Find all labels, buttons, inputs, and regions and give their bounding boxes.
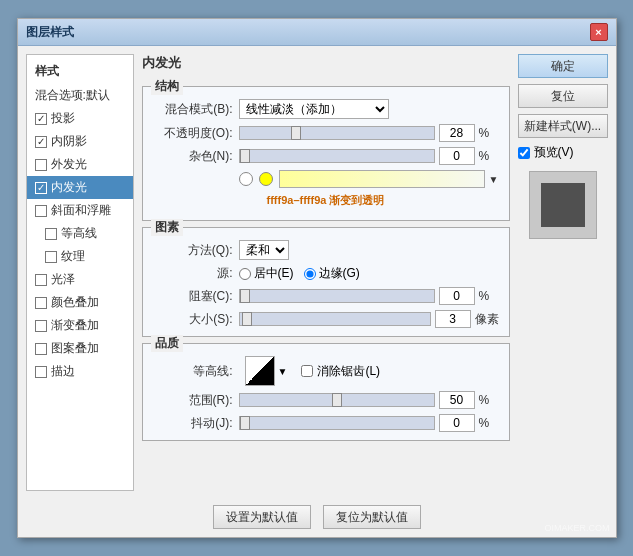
range-slider-container: 50 % <box>239 391 499 409</box>
contour-preview[interactable] <box>245 356 275 386</box>
size-unit: 像素 <box>475 311 499 328</box>
method-select[interactable]: 柔和 <box>239 240 289 260</box>
jitter-unit: % <box>479 416 499 430</box>
range-slider[interactable] <box>239 393 435 407</box>
size-label: 大小(S): <box>153 311 233 328</box>
size-slider-container: 3 像素 <box>239 310 499 328</box>
checkbox-drop-shadow[interactable]: ✓ <box>35 113 47 125</box>
checkbox-outer-glow[interactable] <box>35 159 47 171</box>
blend-mode-select[interactable]: 线性减淡（添加） <box>239 99 389 119</box>
source-edge-radio[interactable]: 边缘(G) <box>304 265 360 282</box>
reset-button[interactable]: 复位 <box>518 84 608 108</box>
sidebar-label-gradient-overlay: 渐变叠加 <box>51 317 99 334</box>
source-center-input[interactable] <box>239 268 251 280</box>
sidebar-label-color-overlay: 颜色叠加 <box>51 294 99 311</box>
sidebar-label-blend-options: 混合选项:默认 <box>35 87 110 104</box>
noise-row: 杂色(N): 0 % <box>153 147 499 165</box>
reset-default-button[interactable]: 复位为默认值 <box>323 505 421 529</box>
contour-arrow-icon[interactable]: ▼ <box>278 366 288 377</box>
structure-section: 结构 混合模式(B): 线性减淡（添加） 不透明度(O): 28 % <box>142 86 510 221</box>
contour-row: 等高线: ▼ 消除锯齿(L) <box>153 356 499 386</box>
checkbox-satin[interactable] <box>35 274 47 286</box>
blend-mode-row: 混合模式(B): 线性减淡（添加） <box>153 99 499 119</box>
quality-title: 品质 <box>151 335 183 352</box>
checkbox-color-overlay[interactable] <box>35 297 47 309</box>
dialog-title: 图层样式 <box>26 24 74 41</box>
sidebar-item-inner-glow[interactable]: ✓ 内发光 <box>27 176 133 199</box>
checkbox-inner-glow[interactable]: ✓ <box>35 182 47 194</box>
opacity-unit: % <box>479 126 499 140</box>
jitter-slider[interactable] <box>239 416 435 430</box>
size-value-input[interactable]: 3 <box>435 310 471 328</box>
checkbox-gradient-overlay[interactable] <box>35 320 47 332</box>
gradient-container: ▼ <box>279 170 499 188</box>
range-value-input[interactable]: 50 <box>439 391 475 409</box>
sidebar-item-contour[interactable]: 等高线 <box>27 222 133 245</box>
right-panel: 确定 复位 新建样式(W)... 预览(V) <box>518 54 608 491</box>
antialiased-label[interactable]: 消除锯齿(L) <box>301 363 380 380</box>
sidebar-item-stroke[interactable]: 描边 <box>27 360 133 383</box>
sidebar-item-blend-options[interactable]: 混合选项:默认 <box>27 84 133 107</box>
sidebar-item-bevel-emboss[interactable]: 斜面和浮雕 <box>27 199 133 222</box>
section-main-title: 内发光 <box>142 54 510 72</box>
sidebar-item-drop-shadow[interactable]: ✓ 投影 <box>27 107 133 130</box>
layer-style-dialog: 图层样式 × 样式 混合选项:默认 ✓ 投影 ✓ 内阴影 <box>17 18 617 538</box>
jitter-value-input[interactable]: 0 <box>439 414 475 432</box>
antialiased-text: 消除锯齿(L) <box>317 363 380 380</box>
new-style-button[interactable]: 新建样式(W)... <box>518 114 608 138</box>
sidebar-label-inner-shadow: 内阴影 <box>51 133 87 150</box>
choke-slider-container: 0 % <box>239 287 499 305</box>
source-edge-input[interactable] <box>304 268 316 280</box>
sidebar-label-outer-glow: 外发光 <box>51 156 87 173</box>
sidebar-item-satin[interactable]: 光泽 <box>27 268 133 291</box>
gradient-arrow-icon[interactable]: ▼ <box>489 174 499 185</box>
sidebar-item-color-overlay[interactable]: 颜色叠加 <box>27 291 133 314</box>
opacity-slider[interactable] <box>239 126 435 140</box>
confirm-button[interactable]: 确定 <box>518 54 608 78</box>
sidebar-title: 样式 <box>27 59 133 84</box>
checkbox-inner-shadow[interactable]: ✓ <box>35 136 47 148</box>
noise-value-input[interactable]: 0 <box>439 147 475 165</box>
checkbox-contour[interactable] <box>45 228 57 240</box>
method-label: 方法(Q): <box>153 242 233 259</box>
structure-title: 结构 <box>151 78 183 95</box>
color-dot-yellow[interactable] <box>259 172 273 186</box>
color-row: ▼ <box>153 170 499 188</box>
checkbox-bevel-emboss[interactable] <box>35 205 47 217</box>
source-row: 源: 居中(E) 边缘(G) <box>153 265 499 282</box>
source-center-radio[interactable]: 居中(E) <box>239 265 294 282</box>
checkbox-pattern-overlay[interactable] <box>35 343 47 355</box>
noise-slider[interactable] <box>239 149 435 163</box>
sidebar-item-pattern-overlay[interactable]: 图案叠加 <box>27 337 133 360</box>
title-bar: 图层样式 × <box>18 19 616 46</box>
sidebar-item-outer-glow[interactable]: 外发光 <box>27 153 133 176</box>
elements-title: 图素 <box>151 219 183 236</box>
choke-value-input[interactable]: 0 <box>439 287 475 305</box>
opacity-value-input[interactable]: 28 <box>439 124 475 142</box>
antialiased-checkbox[interactable] <box>301 365 313 377</box>
range-row: 范围(R): 50 % <box>153 391 499 409</box>
size-slider[interactable] <box>239 312 431 326</box>
sidebar-item-inner-shadow[interactable]: ✓ 内阴影 <box>27 130 133 153</box>
contour-control: ▼ <box>245 356 288 386</box>
sidebar-label-pattern-overlay: 图案叠加 <box>51 340 99 357</box>
color-dot-white[interactable] <box>239 172 253 186</box>
preview-checkbox[interactable] <box>518 147 530 159</box>
sidebar-label-stroke: 描边 <box>51 363 75 380</box>
close-button[interactable]: × <box>590 23 608 41</box>
gradient-preview[interactable] <box>279 170 485 188</box>
choke-slider[interactable] <box>239 289 435 303</box>
checkbox-stroke[interactable] <box>35 366 47 378</box>
dialog-body: 样式 混合选项:默认 ✓ 投影 ✓ 内阴影 外发光 ✓ <box>18 46 616 499</box>
sidebar-item-texture[interactable]: 纹理 <box>27 245 133 268</box>
opacity-slider-container: 28 % <box>239 124 499 142</box>
sidebar-item-gradient-overlay[interactable]: 渐变叠加 <box>27 314 133 337</box>
source-center-label: 居中(E) <box>254 265 294 282</box>
checkbox-texture[interactable] <box>45 251 57 263</box>
watermark: OIMAKER.COM <box>544 523 609 533</box>
sidebar-label-satin: 光泽 <box>51 271 75 288</box>
choke-unit: % <box>479 289 499 303</box>
set-default-button[interactable]: 设置为默认值 <box>213 505 311 529</box>
elements-section: 图素 方法(Q): 柔和 源: 居中(E) <box>142 227 510 337</box>
noise-slider-container: 0 % <box>239 147 499 165</box>
